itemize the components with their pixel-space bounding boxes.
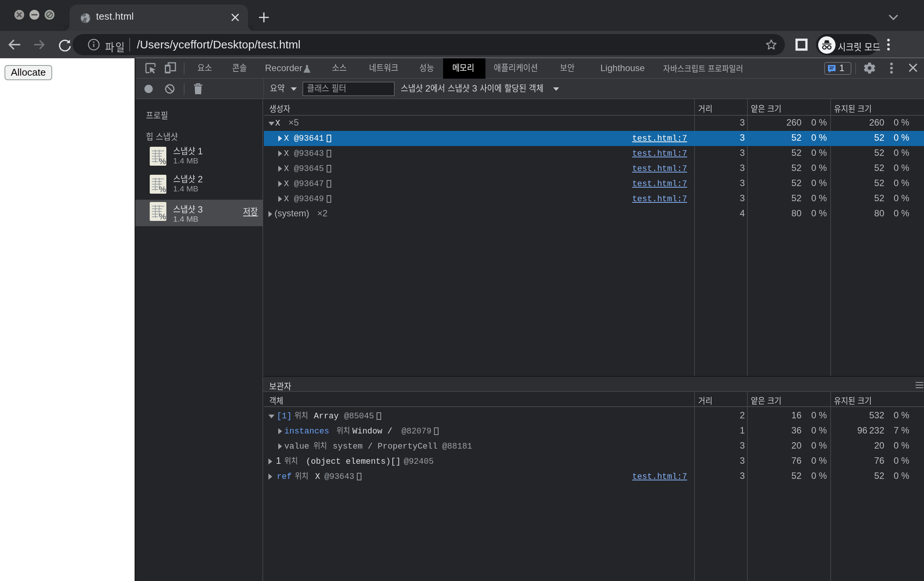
svg-text:%: %	[159, 184, 167, 193]
svg-text:%: %	[159, 212, 167, 221]
svg-text:%: %	[159, 156, 167, 165]
